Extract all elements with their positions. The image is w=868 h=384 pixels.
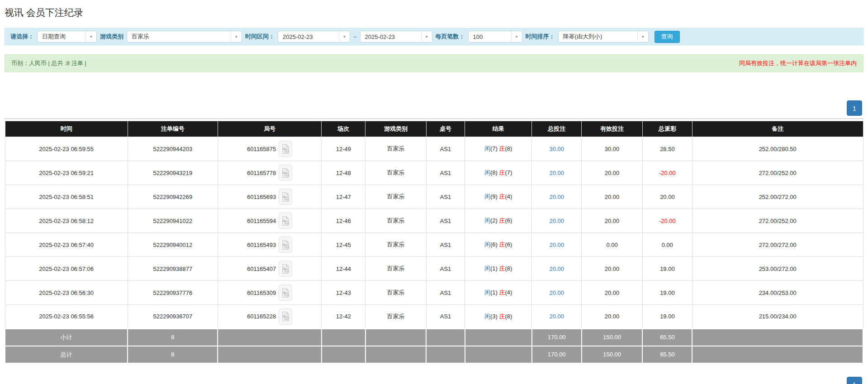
cell-game-type: 百家乐 (365, 257, 427, 281)
cell-total-bet: 20.00 (532, 161, 582, 185)
total-bet-link[interactable]: 20.00 (549, 313, 564, 320)
chevron-down-icon: ▼ (637, 31, 648, 42)
result-player-label: 闲 (484, 289, 490, 296)
col-header-time: 时间 (5, 121, 128, 137)
cell-game-type: 百家乐 (365, 137, 427, 161)
cell-table-no: AS1 (426, 209, 465, 233)
col-header-session: 场次 (322, 121, 365, 137)
round-video-button[interactable] (279, 141, 292, 157)
cell-result: 闲(9) 庄(4) (465, 185, 532, 209)
cell-round-no: 601165875 (218, 137, 322, 161)
game-type-dropdown[interactable]: 百家乐 ▼ (127, 31, 242, 43)
round-video-button[interactable] (279, 213, 292, 229)
page-container: 视讯 会员下注纪录 请选择： 日期查询 ▼ 游戏类别 百家乐 ▼ 时间区间： 2… (0, 0, 868, 384)
total-bet-link[interactable]: 20.00 (549, 194, 564, 200)
cell-total-bet: 20.00 (532, 281, 582, 305)
cell-round-no: 601165778 (218, 161, 322, 185)
cell-time: 2025-02-23 06:58:51 (5, 185, 128, 209)
total-bet-link[interactable]: 20.00 (549, 218, 564, 224)
cell-session: 12-44 (322, 257, 365, 281)
total-valid-bet: 150.00 (582, 346, 643, 363)
cell-round-no: 601165228 (218, 305, 322, 329)
cell-payout: -20.00 (642, 209, 692, 233)
cell-session: 12-43 (322, 281, 365, 305)
round-video-button[interactable] (279, 237, 292, 253)
page-1-button[interactable]: 1 (847, 377, 862, 384)
cell-note: 215.00/234.00 (692, 305, 863, 329)
round-no-text: 601165594 (247, 218, 276, 224)
date-from-picker[interactable]: 2025-02-23 ▼ (278, 31, 350, 43)
total-bet-link[interactable]: 30.00 (549, 146, 564, 152)
result-player-score: (7) (490, 145, 498, 152)
round-video-button[interactable] (279, 189, 292, 205)
cell-payout: -20.00 (642, 161, 692, 185)
film-icon (281, 216, 290, 226)
film-icon (281, 264, 290, 274)
cell-note: 272.00/252.00 (692, 209, 863, 233)
cell-total-bet: 20.00 (532, 209, 582, 233)
table-row: 2025-02-23 06:57:40 522290940012 6011654… (5, 233, 863, 257)
query-type-value: 日期查询 (38, 33, 85, 41)
result-player-label: 闲 (484, 217, 490, 224)
cell-valid-bet: 20.00 (582, 257, 643, 281)
table-row: 2025-02-23 06:57:06 522290938877 6011654… (5, 257, 863, 281)
col-header-payout: 总派彩 (642, 121, 692, 137)
pagination-top: 1 (5, 100, 863, 119)
round-video-button[interactable] (279, 308, 292, 325)
query-type-dropdown[interactable]: 日期查询 ▼ (37, 31, 97, 43)
cell-session: 12-48 (322, 161, 365, 185)
round-video-button[interactable] (279, 165, 292, 181)
cell-round-no: 601165594 (218, 209, 322, 233)
cell-bet-no: 522290937776 (128, 281, 218, 305)
total-bet-link[interactable]: 20.00 (549, 170, 564, 176)
result-player-score: (1) (490, 289, 498, 296)
col-header-valid-bet: 有效投注 (582, 121, 643, 137)
result-banker-score: (8) (505, 313, 512, 320)
film-icon (281, 311, 290, 322)
film-icon (281, 144, 290, 154)
table-header-row: 时间 注单编号 局号 场次 游戏类别 桌号 结果 总投注 有效投注 总派彩 备注 (5, 121, 863, 137)
total-bet-link[interactable]: 20.00 (549, 265, 564, 272)
round-no-text: 601165493 (247, 242, 276, 248)
cell-time: 2025-02-23 06:57:40 (5, 233, 128, 257)
cell-result: 闲(3) 庄(8) (465, 305, 532, 329)
date-from-value: 2025-02-23 (278, 33, 339, 40)
cell-total-bet: 20.00 (532, 233, 582, 257)
result-player-score: (8) (490, 169, 498, 176)
result-banker-label: 庄 (499, 169, 505, 176)
col-header-bet-no: 注单编号 (128, 121, 218, 137)
round-video-button[interactable] (279, 261, 292, 277)
page-title: 视讯 会员下注纪录 (5, 7, 863, 19)
cell-session: 12-42 (322, 305, 365, 329)
date-to-picker[interactable]: 2025-02-23 ▼ (360, 31, 432, 43)
cell-time: 2025-02-23 06:59:55 (5, 137, 128, 161)
subtotal-count: 8 (128, 329, 218, 346)
cell-time: 2025-02-23 06:55:56 (5, 305, 128, 329)
total-bet-link[interactable]: 20.00 (549, 242, 564, 248)
subtotal-total-bet: 170.00 (532, 329, 582, 346)
cell-result: 闲(1) 庄(4) (465, 281, 532, 305)
cell-time: 2025-02-23 06:59:21 (5, 161, 128, 185)
cell-bet-no: 522290940012 (128, 233, 218, 257)
film-icon (281, 192, 290, 202)
cell-note: 253.00/272.00 (692, 257, 863, 281)
col-header-game-type: 游戏类别 (365, 121, 427, 137)
cell-valid-bet: 20.00 (582, 305, 643, 329)
total-bet-link[interactable]: 20.00 (549, 289, 564, 296)
cell-game-type: 百家乐 (365, 305, 427, 329)
page-1-button[interactable]: 1 (847, 100, 862, 116)
result-player-label: 闲 (484, 193, 490, 200)
col-header-result: 结果 (465, 121, 532, 137)
same-round-warning-text: 同局有效投注，统一计算在该局第一张注单内 (739, 59, 857, 67)
search-button[interactable]: 查询 (655, 31, 680, 43)
time-sort-dropdown[interactable]: 降幂(由大到小) ▼ (558, 31, 649, 43)
result-banker-label: 庄 (499, 313, 505, 320)
result-banker-score: (7) (505, 169, 512, 176)
select-type-label: 请选择： (10, 33, 34, 41)
round-video-button[interactable] (279, 284, 292, 301)
page-size-dropdown[interactable]: 100 ▼ (468, 31, 522, 43)
chevron-down-icon: ▼ (511, 31, 522, 42)
total-payout: 65.50 (642, 346, 692, 363)
cell-note: 252.00/272.00 (692, 185, 863, 209)
table-row: 2025-02-23 06:58:12 522290941022 6011655… (5, 209, 863, 233)
